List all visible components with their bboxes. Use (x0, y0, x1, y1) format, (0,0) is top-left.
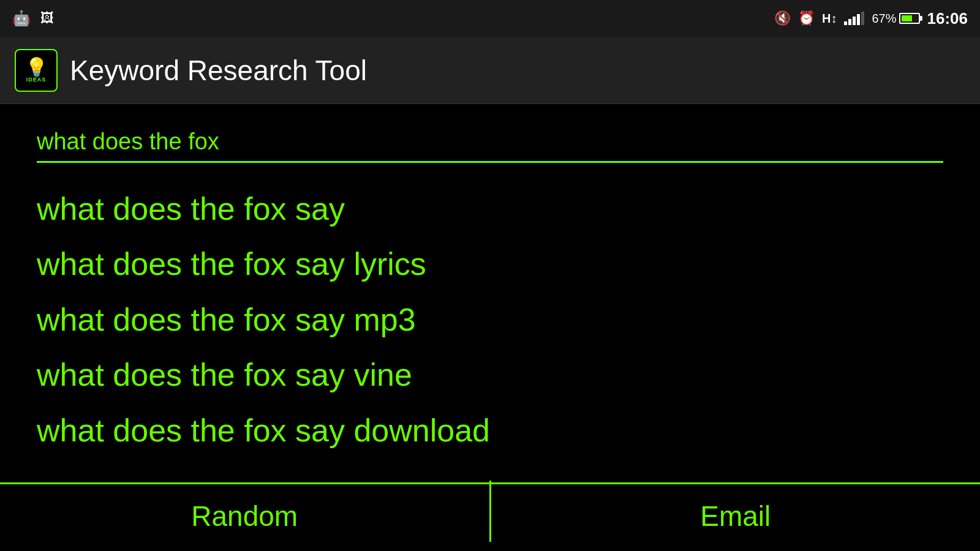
app-header: 💡 IDEAS Keyword Research Tool (0, 37, 980, 104)
alarm-icon: ⏰ (798, 10, 815, 26)
signal-icon (844, 12, 864, 25)
list-item[interactable]: what does the fox say vine (18, 347, 962, 402)
data-icon: H↕ (822, 12, 837, 26)
logo-text: IDEAS (26, 77, 47, 83)
list-item[interactable]: what does the fox say lyrics (18, 236, 962, 291)
status-bar-left: 🤖 🖼 (12, 10, 54, 27)
email-button-container[interactable]: Email (491, 482, 981, 551)
random-button-container[interactable]: Random (0, 482, 489, 551)
email-button[interactable]: Email (676, 493, 795, 539)
random-button[interactable]: Random (167, 493, 322, 539)
list-item[interactable]: what does the fox say mp3 (18, 292, 962, 347)
gallery-icon: 🖼 (40, 10, 54, 26)
logo-icon: 💡 (25, 58, 48, 77)
battery-percentage: 67% (872, 12, 896, 26)
search-input[interactable] (37, 122, 943, 163)
results-list: what does the fox say what does the fox … (0, 169, 980, 458)
app-title: Keyword Research Tool (70, 54, 367, 87)
mute-icon: 🔇 (774, 10, 791, 26)
main-content: what does the fox say what does the fox … (0, 104, 980, 471)
status-bar-right: 🔇 ⏰ H↕ 67% 16:06 (774, 9, 968, 28)
search-area[interactable] (0, 104, 980, 169)
android-icon: 🤖 (12, 10, 31, 27)
battery-indicator: 67% (872, 12, 919, 26)
app-logo: 💡 IDEAS (15, 49, 58, 92)
status-bar: 🤖 🖼 🔇 ⏰ H↕ 67% 16:06 (0, 0, 980, 37)
clock-display: 16:06 (927, 9, 968, 28)
battery-icon (899, 13, 920, 24)
list-item[interactable]: what does the fox say download (18, 403, 962, 458)
list-item[interactable]: what does the fox say (18, 181, 962, 236)
bottom-bar: Random Email (0, 471, 980, 551)
